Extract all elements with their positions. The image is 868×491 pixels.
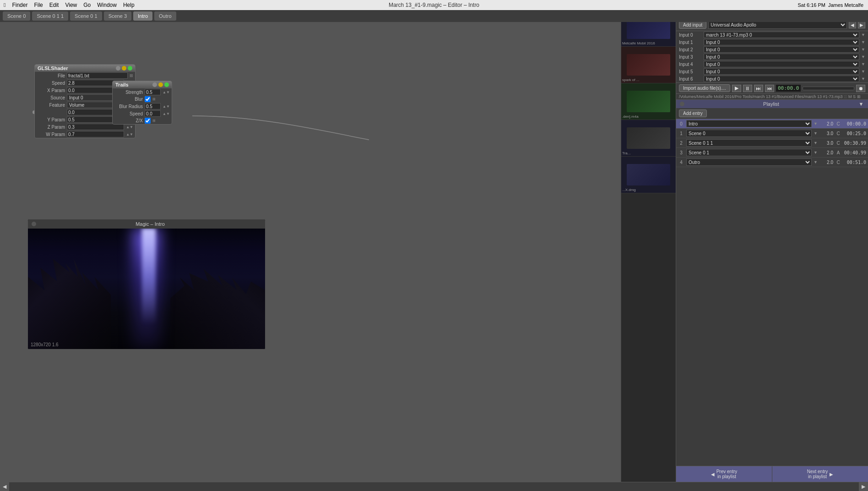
entry-letter-1: C — [835, 131, 841, 136]
playlist-entry-2[interactable]: 2 Scene 0 1 1 ▼ 3.0 C 00:30.99 — [676, 138, 868, 148]
bottom-arrow-right[interactable]: ▶ — [859, 482, 868, 491]
tab-scene3[interactable]: Scene 3 — [104, 11, 131, 21]
pause-button[interactable]: ⏸ — [743, 85, 752, 92]
thumb-item-5[interactable]: ...X.dmg — [621, 157, 676, 193]
edit-menu[interactable]: Edit — [49, 2, 59, 8]
playlist-header: Playlist ▼ — [676, 100, 868, 108]
record-button[interactable]: ⏺ — [856, 85, 865, 92]
glslshader-icon-green — [128, 66, 132, 71]
entry-duration-1: 3.0 — [819, 131, 833, 136]
trails-bluradius-input[interactable] — [145, 103, 161, 109]
tab-scene0[interactable]: Scene 0 — [3, 11, 30, 21]
yparam-label: Y Param — [37, 117, 65, 122]
audio-input-select-1[interactable]: Input 0 — [704, 39, 859, 45]
entry-name-select-4[interactable]: Outro — [686, 158, 812, 166]
playlist-entry-0[interactable]: 0 Intro ▼ 2.0 C 00:00.0 — [676, 119, 868, 129]
apple-menu[interactable]:  — [4, 2, 5, 8]
thumb-label-5: ...X.dmg — [622, 188, 636, 192]
entry-num-4: 4 — [678, 160, 684, 165]
file-menu[interactable]: File — [34, 2, 43, 8]
preview-close-dot[interactable] — [32, 222, 36, 226]
entry-name-select-0[interactable]: Intro — [686, 120, 812, 127]
audio-input-arrow-1: ▼ — [861, 40, 865, 44]
go-menu[interactable]: Go — [83, 2, 91, 8]
tab-outro[interactable]: Outro — [154, 11, 176, 21]
play-button[interactable]: ▶ — [732, 85, 741, 92]
add-input-button[interactable]: Add input — [679, 21, 706, 29]
playlist-entries: 0 Intro ▼ 2.0 C 00:00.0 1 Scene 0 ▼ 3.0 … — [676, 119, 868, 466]
wparam-stepper[interactable]: ▲▼ — [126, 132, 133, 136]
tab-intro[interactable]: Intro — [133, 11, 152, 21]
import-audio-button[interactable]: Import audio file(s).... — [679, 84, 730, 92]
zparam-input[interactable] — [67, 124, 124, 130]
tab-scene01[interactable]: Scene 0 1 — [70, 11, 102, 21]
playlist-entry-3[interactable]: 3 Scene 0 1 ▼ 2.0 A 00:40.99 — [676, 148, 868, 158]
preview-beam-2 — [142, 229, 156, 325]
trails-icon-gray — [152, 82, 157, 87]
playlist-nav: ◀ Prev entry in playlist Next entry in p… — [676, 466, 868, 482]
thumb-label-2: spark of ... — [622, 78, 639, 82]
view-menu[interactable]: View — [65, 2, 77, 8]
audio-input-select-4[interactable]: Input 0 — [704, 61, 859, 67]
preview-titlebar: Magic – Intro — [28, 219, 265, 229]
add-entry-button[interactable]: Add entry — [679, 109, 707, 117]
wparam-input[interactable] — [67, 131, 124, 137]
entry-name-arrow-0: ▼ — [814, 121, 818, 126]
device-btn-left[interactable]: ◀ — [849, 22, 856, 28]
source-label: Source — [37, 95, 65, 100]
file-icon[interactable]: ⊞ — [130, 73, 133, 78]
trails-bluradius-stepper[interactable]: ▲▼ — [163, 104, 170, 109]
audio-input-select-5[interactable]: Input 0 — [704, 68, 859, 75]
audio-input-select-6[interactable]: Input 0 — [704, 76, 859, 82]
trails-icon-yellow — [158, 82, 163, 87]
trails-strength-input[interactable] — [145, 89, 161, 95]
zparam-stepper[interactable]: ▲▼ — [126, 125, 133, 129]
thumb-item-2[interactable]: spark of ... — [621, 47, 676, 83]
entry-name-select-3[interactable]: Scene 0 1 — [686, 149, 812, 156]
trails-speed-input[interactable] — [145, 110, 161, 117]
step-button[interactable]: ⏭ — [754, 85, 763, 92]
entry-name-arrow-2: ▼ — [814, 141, 818, 145]
entry-letter-4: C — [835, 160, 841, 165]
device-btn-right[interactable]: ▶ — [858, 22, 865, 28]
next-entry-button[interactable]: Next entry in playlist ▶ — [772, 466, 868, 482]
audio-input-arrow-6: ▼ — [861, 76, 865, 81]
volume-bar[interactable] — [803, 87, 854, 90]
trails-strength-label: Strength — [114, 90, 143, 95]
stop-button[interactable]: ⏮ — [765, 85, 774, 92]
audio-input-arrow-4: ▼ — [861, 62, 865, 66]
audio-input-select-0[interactable]: march 13 #1-73.mp3 0 — [704, 32, 859, 38]
entry-time-1: 00:25.0 — [843, 131, 866, 136]
thumb-item-3[interactable]: .den].m4a — [621, 83, 676, 120]
thumb-item-4[interactable]: Tra... — [621, 120, 676, 157]
trails-zx-check[interactable] — [145, 118, 151, 124]
audio-input-row-1: Input 1 Input 0 ▼ — [676, 38, 868, 46]
thumb-label-3: .den].m4a — [622, 115, 639, 119]
trails-title: Trails — [113, 81, 172, 88]
tab-scene011[interactable]: Scene 0 1 1 — [32, 11, 68, 21]
entry-name-select-2[interactable]: Scene 0 1 1 — [686, 139, 812, 147]
playlist-entry-4[interactable]: 4 Outro ▼ 2.0 C 00:51.0 — [676, 158, 868, 167]
entry-name-select-1[interactable]: Scene 0 — [686, 130, 812, 137]
trails-blur-check[interactable] — [145, 96, 151, 102]
audio-input-arrow-3: ▼ — [861, 55, 865, 59]
audio-input-row-4: Input 4 Input 0 ▼ — [676, 60, 868, 68]
prev-entry-button[interactable]: ◀ Prev entry in playlist — [676, 466, 772, 482]
audio-input-label-5: Input 5 — [679, 69, 702, 74]
audio-input-select-3[interactable]: Input 0 — [704, 54, 859, 60]
trails-blur-row: Blur ⊞ — [113, 96, 172, 103]
sidebar-thumbs: Metcalfe Mobil 2016 spark of ... .den].m… — [621, 10, 676, 491]
file-input[interactable] — [67, 72, 128, 79]
entry-letter-2: C — [835, 141, 841, 146]
playlist-entry-1[interactable]: 1 Scene 0 ▼ 3.0 C 00:25.0 — [676, 129, 868, 138]
finder-menu[interactable]: Finder — [12, 2, 27, 8]
window-menu[interactable]: Window — [97, 2, 117, 8]
trails-speed-stepper[interactable]: ▲▼ — [163, 112, 170, 116]
audio-input-label-0: Input 0 — [679, 33, 702, 38]
next-chevron-icon: ▶ — [830, 472, 833, 477]
bottom-arrow-left[interactable]: ◀ — [0, 482, 9, 491]
help-menu[interactable]: Help — [123, 2, 135, 8]
trails-strength-stepper[interactable]: ▲▼ — [163, 90, 170, 94]
audio-transport-row: Import audio file(s).... ▶ ⏸ ⏭ ⏮ 00:00.0… — [676, 82, 868, 94]
audio-input-select-2[interactable]: Input 0 — [704, 46, 859, 53]
